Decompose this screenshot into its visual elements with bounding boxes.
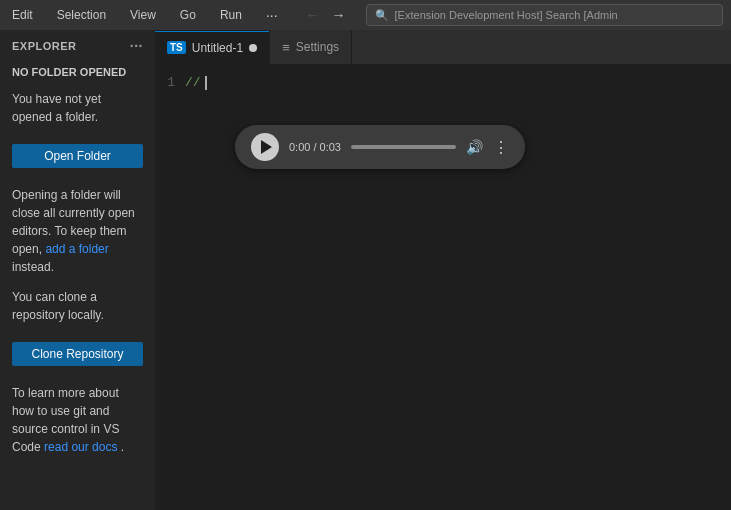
code-line-1: //: [185, 73, 731, 93]
progress-bar[interactable]: [351, 145, 456, 149]
git-learn-text: To learn more about how to use git and s…: [12, 384, 143, 456]
clone-description: You can clone a repository locally.: [12, 288, 143, 324]
open-folder-warning: Opening a folder will close all currentl…: [12, 186, 143, 276]
menu-run[interactable]: Run: [216, 6, 246, 24]
search-placeholder-text: [Extension Development Host] Search [Adm…: [395, 9, 618, 21]
nav-arrows: ← →: [302, 5, 350, 25]
ts-badge: TS: [167, 41, 186, 54]
no-folder-section: NO FOLDER OPENED You have not yet opened…: [12, 66, 143, 126]
tab-unsaved-dot: [249, 44, 257, 52]
settings-icon: ≡: [282, 40, 290, 55]
tab-settings-label: Settings: [296, 40, 339, 54]
search-bar[interactable]: 🔍 [Extension Development Host] Search [A…: [366, 4, 723, 26]
menu-edit[interactable]: Edit: [8, 6, 37, 24]
open-folder-button[interactable]: Open Folder: [12, 144, 143, 168]
no-folder-title: NO FOLDER OPENED: [12, 66, 143, 78]
nav-back-icon[interactable]: ←: [302, 5, 324, 25]
time-display: 0:00 / 0:03: [289, 141, 341, 153]
menu-more-icon[interactable]: ···: [262, 5, 282, 25]
search-icon: 🔍: [375, 9, 389, 22]
tab-untitled[interactable]: TS Untitled-1: [155, 30, 270, 64]
add-folder-link[interactable]: add a folder: [45, 242, 108, 256]
sidebar-content: NO FOLDER OPENED You have not yet opened…: [0, 58, 155, 464]
menu-bar: Edit Selection View Go Run ··· ← → 🔍 [Ex…: [0, 0, 731, 30]
read-docs-link[interactable]: read our docs: [44, 440, 117, 454]
tabs-bar: TS Untitled-1 ≡ Settings: [155, 30, 731, 65]
menu-selection[interactable]: Selection: [53, 6, 110, 24]
sidebar-header: Explorer ···: [0, 30, 155, 58]
audio-player: 0:00 / 0:03 🔊 ⋮: [235, 125, 525, 169]
text-cursor: [205, 76, 207, 90]
clone-repository-button[interactable]: Clone Repository: [12, 342, 143, 366]
play-icon: [261, 140, 272, 154]
menu-go[interactable]: Go: [176, 6, 200, 24]
line-numbers: 1: [155, 65, 185, 510]
sidebar-menu-icon[interactable]: ···: [130, 38, 143, 54]
editor-area: 1 // 0:00 / 0:03 🔊 ⋮: [155, 65, 731, 510]
no-folder-description: You have not yet opened a folder.: [12, 90, 143, 126]
explorer-title: Explorer: [12, 40, 77, 52]
tab-untitled-label: Untitled-1: [192, 41, 243, 55]
play-button[interactable]: [251, 133, 279, 161]
menu-view[interactable]: View: [126, 6, 160, 24]
main-container: Explorer ··· NO FOLDER OPENED You have n…: [0, 30, 731, 510]
tab-settings[interactable]: ≡ Settings: [270, 30, 352, 64]
volume-icon[interactable]: 🔊: [466, 139, 483, 155]
sidebar: Explorer ··· NO FOLDER OPENED You have n…: [0, 30, 155, 510]
more-options-icon[interactable]: ⋮: [493, 138, 509, 157]
nav-forward-icon[interactable]: →: [328, 5, 350, 25]
